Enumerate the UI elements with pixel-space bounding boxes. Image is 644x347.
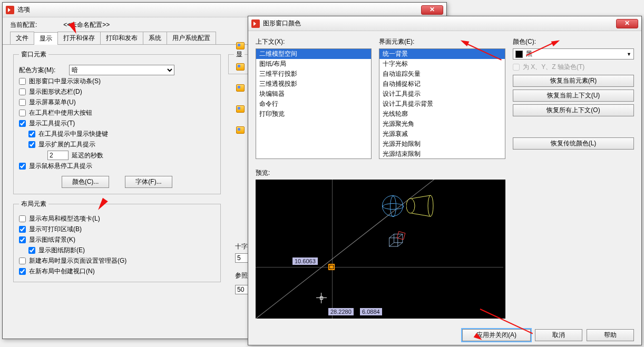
hover-check[interactable] — [19, 163, 26, 170]
tab-display[interactable]: 显示 — [34, 32, 58, 45]
color-dropdown[interactable]: 黑 ▼ — [513, 48, 634, 60]
svg-line-6 — [389, 234, 394, 238]
options-title: 选项 — [17, 5, 30, 14]
context-item[interactable]: 三维透视投影 — [256, 79, 371, 89]
element-item[interactable]: 自动追踪矢量 — [379, 69, 505, 79]
preview-axis — [332, 180, 333, 319]
options-titlebar: 选项 ✕ — [3, 3, 446, 17]
element-item[interactable]: 光源开始限制 — [379, 139, 505, 149]
color-label: 颜色(C): — [513, 37, 634, 46]
papershadow-check[interactable] — [28, 247, 35, 254]
tooltips-check[interactable] — [19, 120, 26, 127]
viewport-check[interactable] — [19, 268, 26, 275]
context-item[interactable]: 块编辑器 — [256, 89, 371, 99]
restore-element-button[interactable]: 恢复当前元素(R) — [513, 75, 634, 87]
preview-cube-icon — [387, 232, 406, 251]
context-listbox[interactable]: 二维模型空间图纸/布局三维平行投影三维透视投影块编辑器命令行打印预览 — [256, 48, 372, 159]
restore-classic-button[interactable]: 恢复传统颜色(L) — [513, 137, 634, 150]
statusbar-check[interactable] — [19, 88, 26, 95]
restore-all-button[interactable]: 恢复所有上下文(O) — [513, 104, 634, 116]
screenmenu-check[interactable] — [19, 99, 26, 106]
thumb-icon — [236, 126, 245, 134]
printable-check[interactable] — [19, 226, 26, 233]
thumb-icon — [236, 84, 245, 92]
context-label: 上下文(X): — [256, 37, 372, 46]
element-item[interactable]: 光源结束限制 — [379, 149, 505, 159]
element-label: 界面元素(E): — [379, 37, 505, 46]
window-elements-legend: 窗口元素 — [19, 50, 48, 59]
preview-coord-2: 28.2280 — [328, 308, 354, 315]
statusbar-label: 显示图形状态栏(D) — [29, 87, 82, 96]
context-item[interactable]: 打印预览 — [256, 109, 371, 119]
preview-pickbox-icon — [320, 296, 323, 300]
chevron-down-icon: ▼ — [627, 52, 631, 57]
context-item[interactable]: 三维平行投影 — [256, 69, 371, 79]
tab-file[interactable]: 文件 — [10, 32, 34, 44]
scrollbars-check[interactable] — [19, 78, 26, 85]
restore-context-button[interactable]: 恢复当前上下文(U) — [513, 90, 634, 102]
app-icon — [6, 6, 14, 14]
scrollbars-label: 图形窗口中显示滚动条(S) — [29, 77, 101, 86]
help-button[interactable]: 帮助 — [587, 329, 634, 341]
element-item[interactable]: 设计工具提示 — [379, 89, 505, 99]
element-item[interactable]: 统一背景 — [379, 49, 505, 59]
current-config-label: 当前配置: — [10, 21, 37, 29]
apply-close-button[interactable]: 应用并关闭(A) — [462, 329, 531, 341]
extended-check[interactable] — [28, 141, 35, 148]
window-elements-group: 窗口元素 配色方案(M): 暗 图形窗口中显示滚动条(S) 显示图形状态栏(D)… — [13, 50, 221, 194]
color-titlebar: 图形窗口颜色 ✕ — [248, 16, 641, 31]
hover-label: 显示鼠标悬停工具提示 — [29, 162, 92, 171]
close-icon[interactable]: ✕ — [616, 19, 638, 28]
shortcut-check[interactable] — [28, 131, 35, 137]
papershadow-label: 显示图纸阴影(E) — [38, 246, 85, 255]
svg-line-8 — [389, 243, 394, 246]
element-item[interactable]: 光源聚光角 — [379, 119, 505, 129]
element-item[interactable]: 光线轮廓 — [379, 109, 505, 119]
pagesetup-label: 新建布局时显示页面设置管理器(G) — [29, 256, 126, 265]
svg-line-7 — [398, 234, 403, 238]
element-item[interactable]: 设计工具提示背景 — [379, 99, 505, 109]
fonts-button[interactable]: 字体(F)... — [125, 176, 172, 188]
viewport-label: 在新布局中创建视口(N) — [29, 267, 95, 276]
colors-button[interactable]: 颜色(C)... — [62, 176, 109, 188]
delay-label: 延迟的秒数 — [72, 151, 103, 160]
context-item[interactable]: 图纸/布局 — [256, 59, 371, 69]
color-dialog: 图形窗口颜色 ✕ 上下文(X): 二维模型空间图纸/布局三维平行投影三维透视投影… — [248, 16, 642, 345]
thumb-icon — [236, 42, 245, 49]
delay-input[interactable] — [47, 151, 69, 160]
color-scheme-select[interactable]: 暗 — [69, 65, 174, 75]
preview-coord-3: 6.0884 — [360, 308, 382, 315]
thumb-icon — [236, 63, 245, 71]
paperbg-check[interactable] — [19, 236, 26, 243]
preview-coord-1: 10.6063 — [292, 257, 318, 265]
element-listbox[interactable]: 统一背景十字光标自动追踪矢量自动捕捉标记设计工具提示设计工具提示背景光线轮廓光源… — [379, 48, 505, 159]
context-item[interactable]: 二维模型空间 — [256, 49, 371, 59]
cross-label: 十字 — [235, 242, 248, 251]
paperbg-label: 显示图纸背景(K) — [29, 235, 75, 244]
element-item[interactable]: 十字光标 — [379, 59, 505, 69]
preview-axis — [256, 267, 503, 267]
tab-userpref[interactable]: 用户系统配置 — [167, 32, 216, 44]
color-title: 图形窗口颜色 — [263, 19, 301, 28]
bigbuttons-check[interactable] — [19, 110, 26, 116]
tab-system[interactable]: 系统 — [143, 32, 167, 44]
cancel-button[interactable]: 取消 — [535, 329, 582, 341]
preview-canvas: 10.6063 28.2280 6.0884 — [256, 180, 505, 319]
layout-elements-legend: 布局元素 — [19, 200, 48, 209]
color-scheme-label: 配色方案(M): — [19, 66, 55, 75]
tab-opensave[interactable]: 打开和保存 — [57, 32, 101, 44]
extended-label: 显示扩展的工具提示 — [38, 140, 95, 149]
svg-point-1 — [428, 195, 433, 216]
preview-label: 预览: — [256, 168, 505, 177]
thumb-stack — [236, 42, 248, 134]
preview-cone-icon — [406, 194, 434, 217]
layout-tabs-check[interactable] — [19, 215, 26, 222]
tab-print[interactable]: 打印和发布 — [100, 32, 143, 44]
element-item[interactable]: 光源衰减 — [379, 129, 505, 139]
close-icon[interactable]: ✕ — [421, 5, 443, 15]
element-item[interactable]: 自动捕捉标记 — [379, 79, 505, 89]
layout-elements-group: 布局元素 显示布局和模型选项卡(L) 显示可打印区域(B) 显示图纸背景(K) … — [13, 200, 221, 282]
svg-point-0 — [406, 199, 415, 213]
context-item[interactable]: 命令行 — [256, 99, 371, 109]
pagesetup-check[interactable] — [19, 257, 26, 264]
